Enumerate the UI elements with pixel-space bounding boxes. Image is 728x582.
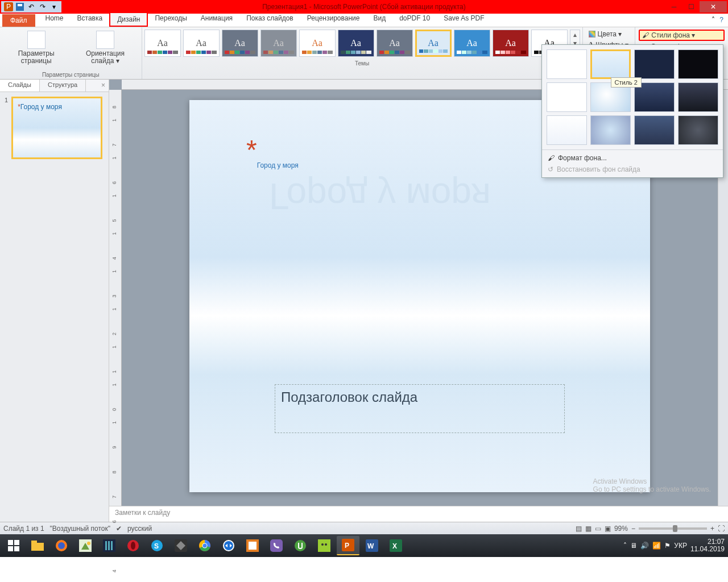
page-setup-button[interactable]: Параметры страницы xyxy=(3,30,69,66)
view-reading-icon[interactable]: ▭ xyxy=(595,525,601,533)
teamviewer-icon[interactable] xyxy=(217,536,240,555)
ribbon-tab-save as pdf[interactable]: Save As PDF xyxy=(437,12,491,27)
ribbon-tab-дизайн[interactable]: Дизайн xyxy=(109,12,148,27)
app-icon-4[interactable] xyxy=(241,536,264,555)
ribbon-tab-анимация[interactable]: Анимация xyxy=(194,12,239,27)
view-normal-icon[interactable]: ▤ xyxy=(576,525,582,533)
background-styles-popup: 🖌Формат фона... ↺Восстановить фон слайда xyxy=(541,44,723,178)
tray-expand-icon[interactable]: ˄ xyxy=(623,542,627,550)
view-slideshow-icon[interactable]: ▣ xyxy=(605,525,611,533)
powerpoint-taskbar-icon[interactable]: P xyxy=(337,536,359,555)
ribbon-tabs: Файл HomeВставкаДизайнПереходыАнимацияПо… xyxy=(0,14,728,27)
svg-point-34 xyxy=(325,543,327,546)
tab-slides[interactable]: Слайды xyxy=(0,80,40,92)
keyboard-layout[interactable]: УКР xyxy=(674,542,687,550)
tab-outline[interactable]: Структура xyxy=(40,80,86,92)
opera-icon[interactable] xyxy=(122,536,144,555)
zoom-in-icon[interactable]: + xyxy=(710,525,714,533)
svg-text:S: S xyxy=(154,542,159,550)
themes-gallery[interactable]: AaAaAaAaAaAaAaAaAaAaAa▴▾▾ xyxy=(142,27,582,59)
notes-pane[interactable]: Заметки к слайду xyxy=(109,506,728,522)
file-tab[interactable]: Файл xyxy=(2,14,35,27)
ribbon-tab-переходы[interactable]: Переходы xyxy=(148,12,193,27)
theme-thumb-3[interactable]: Aa xyxy=(260,30,297,57)
svg-rect-6 xyxy=(8,546,13,551)
bg-style-3[interactable] xyxy=(634,49,675,79)
excel-icon[interactable]: X xyxy=(384,536,407,555)
view-sorter-icon[interactable]: ▦ xyxy=(585,525,592,533)
svg-rect-32 xyxy=(318,539,330,552)
background-styles-button[interactable]: 🖌Стили фона ▾ xyxy=(639,30,725,41)
undo-icon[interactable]: ↶ xyxy=(26,2,36,12)
qat-more-icon[interactable]: ▾ xyxy=(49,2,59,12)
utorrent-icon[interactable] xyxy=(289,536,312,555)
chrome-icon[interactable] xyxy=(193,536,216,555)
minimize-button[interactable]: ─ xyxy=(665,1,682,13)
theme-thumb-6[interactable]: Aa xyxy=(377,30,413,57)
orientation-button[interactable]: Ориентация слайда ▾ xyxy=(72,30,138,66)
viber-icon[interactable] xyxy=(265,536,288,555)
zoom-slider[interactable] xyxy=(639,527,707,530)
bg-style-9[interactable] xyxy=(547,115,587,145)
theme-thumb-8[interactable]: Aa xyxy=(454,30,490,57)
bg-style-4[interactable] xyxy=(678,49,718,79)
zoom-out-icon[interactable]: − xyxy=(631,525,635,533)
svg-rect-7 xyxy=(14,546,19,551)
status-bar: Слайд 1 из 1 "Воздушный поток" ✔ русский… xyxy=(0,522,728,534)
bg-style-12[interactable] xyxy=(678,115,718,145)
thumb-title: *Город у моря xyxy=(18,103,96,111)
bg-style-5[interactable] xyxy=(547,82,587,112)
svg-point-19 xyxy=(131,542,135,550)
theme-thumb-1[interactable]: Aa xyxy=(183,30,220,57)
slide-subtitle-placeholder[interactable]: Подзаголовок слайда xyxy=(275,384,565,433)
fit-slide-icon[interactable]: ⛶ xyxy=(718,525,725,533)
svg-point-33 xyxy=(321,543,324,546)
clock[interactable]: 21:07 11.04.2019 xyxy=(690,538,725,553)
network-icon[interactable]: 📶 xyxy=(652,542,661,550)
tray-icon[interactable]: 🖥 xyxy=(630,542,637,550)
theme-thumb-9[interactable]: Aa xyxy=(493,30,529,57)
word-icon[interactable]: W xyxy=(361,536,383,555)
volume-icon[interactable]: 🔊 xyxy=(640,542,649,550)
close-button[interactable]: ✕ xyxy=(700,1,727,13)
save-icon[interactable] xyxy=(15,2,25,12)
colors-button[interactable]: Цвета ▾ xyxy=(586,30,632,39)
file-explorer-icon[interactable] xyxy=(26,536,49,555)
redo-icon[interactable]: ↷ xyxy=(38,2,48,12)
bg-style-11[interactable] xyxy=(634,115,675,145)
skype-icon[interactable]: S xyxy=(146,536,168,555)
app-icon-3[interactable] xyxy=(169,536,192,555)
ribbon-tab-dopdf 10[interactable]: doPDF 10 xyxy=(392,12,437,27)
flag-icon[interactable]: ⚑ xyxy=(664,542,671,550)
bg-style-1[interactable] xyxy=(547,49,587,79)
theme-thumb-7[interactable]: Aa xyxy=(415,30,452,57)
svg-rect-8 xyxy=(31,543,44,551)
slide-title[interactable]: *Город у моря xyxy=(246,134,299,176)
zoom-value[interactable]: 99% xyxy=(614,525,628,533)
notepadpp-icon[interactable] xyxy=(313,536,336,555)
bg-style-10[interactable] xyxy=(590,115,631,145)
start-button[interactable] xyxy=(2,536,25,555)
format-background-item[interactable]: 🖌Формат фона... xyxy=(544,152,721,164)
ribbon-tab-вставка[interactable]: Вставка xyxy=(71,12,110,27)
language-indicator[interactable]: русский xyxy=(127,525,152,533)
app-icon-2[interactable] xyxy=(98,536,121,555)
slide-thumbnail-1[interactable]: *Город у моря xyxy=(11,97,102,159)
ribbon-minimize-icon[interactable]: ˄ xyxy=(712,16,715,24)
firefox-icon[interactable] xyxy=(50,536,73,555)
close-panel-icon[interactable]: × xyxy=(101,81,105,89)
ribbon-tab-вид[interactable]: Вид xyxy=(366,12,392,27)
ribbon-tab-home[interactable]: Home xyxy=(39,12,71,27)
maximize-button[interactable]: ☐ xyxy=(682,1,700,13)
theme-thumb-4[interactable]: Aa xyxy=(299,30,336,57)
theme-thumb-2[interactable]: Aa xyxy=(222,30,258,57)
background-styles-grid xyxy=(542,45,723,149)
bg-style-2[interactable] xyxy=(590,49,631,79)
theme-thumb-0[interactable]: Aa xyxy=(144,30,181,57)
bg-style-8[interactable] xyxy=(678,82,718,112)
ribbon-tab-показ слайдов[interactable]: Показ слайдов xyxy=(239,12,300,27)
theme-thumb-5[interactable]: Aa xyxy=(338,30,374,57)
help-icon[interactable]: ? xyxy=(719,16,723,24)
ribbon-tab-рецензирование[interactable]: Рецензирование xyxy=(300,12,367,27)
app-icon-1[interactable] xyxy=(74,536,97,555)
